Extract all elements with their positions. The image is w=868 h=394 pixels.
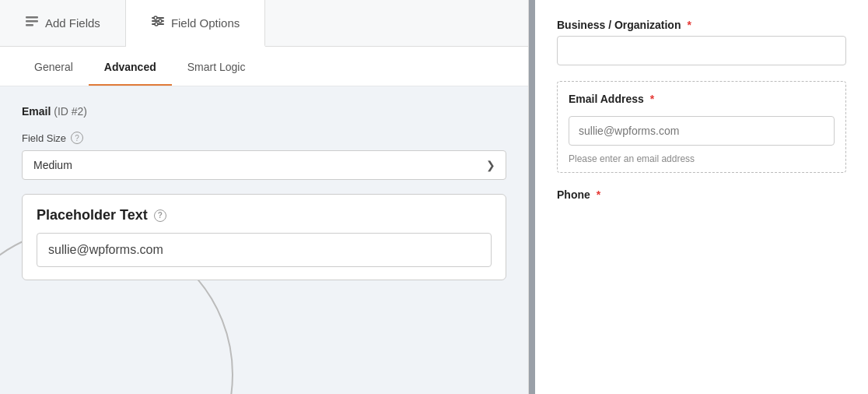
placeholder-label-row: Placeholder Text ?: [37, 207, 492, 223]
sub-tab-general[interactable]: General: [19, 47, 89, 86]
phone-field-group: Phone *: [557, 188, 846, 201]
email-helper-text: Please enter an email address: [569, 153, 835, 164]
email-field-group: Email Address * Please enter an email ad…: [557, 81, 846, 173]
email-required-star: *: [650, 93, 654, 105]
phone-label: Phone *: [557, 188, 846, 201]
svg-rect-2: [26, 24, 33, 26]
field-size-help-icon[interactable]: ?: [71, 132, 83, 144]
email-label: Email Address *: [569, 93, 835, 105]
sub-tab-smart-logic[interactable]: Smart Logic: [172, 47, 261, 86]
right-panel: Business / Organization * Email Address …: [535, 0, 868, 394]
tab-field-options[interactable]: Field Options: [126, 0, 265, 47]
svg-point-6: [154, 16, 157, 19]
email-input[interactable]: [569, 116, 835, 146]
business-input[interactable]: [557, 36, 846, 65]
tab-add-fields-label: Add Fields: [45, 16, 100, 30]
field-title: Email (ID #2): [22, 105, 506, 118]
svg-rect-1: [26, 20, 38, 23]
svg-point-7: [159, 19, 162, 23]
business-required-star: *: [687, 19, 691, 31]
left-panel: Add Fields Field Options General Advance…: [0, 0, 529, 394]
business-field-group: Business / Organization *: [557, 19, 846, 65]
field-size-select[interactable]: Medium Small Large: [22, 150, 506, 180]
tab-field-options-label: Field Options: [171, 16, 240, 30]
field-name: Email: [22, 105, 51, 118]
placeholder-section: Placeholder Text ?: [22, 194, 506, 280]
field-size-label-row: Field Size ?: [22, 132, 506, 144]
field-id: (ID #2): [54, 105, 87, 118]
sub-tab-advanced[interactable]: Advanced: [89, 47, 172, 86]
tab-bar: Add Fields Field Options: [0, 0, 528, 47]
phone-required-star: *: [597, 188, 600, 201]
field-size-label: Field Size: [22, 132, 66, 144]
add-fields-icon: [25, 15, 39, 32]
placeholder-help-icon[interactable]: ?: [154, 209, 166, 222]
panel-divider: [529, 0, 535, 394]
tab-add-fields[interactable]: Add Fields: [0, 0, 126, 46]
sub-tab-bar: General Advanced Smart Logic: [0, 47, 528, 86]
svg-point-8: [155, 23, 158, 26]
placeholder-label-text: Placeholder Text: [37, 207, 148, 223]
placeholder-input[interactable]: [37, 233, 492, 267]
field-size-select-wrapper: Medium Small Large ❯: [22, 150, 506, 180]
field-options-icon: [151, 14, 165, 31]
svg-rect-0: [26, 16, 38, 19]
content-area: Email (ID #2) Field Size ? Medium Small …: [0, 86, 528, 394]
business-label: Business / Organization *: [557, 19, 846, 31]
